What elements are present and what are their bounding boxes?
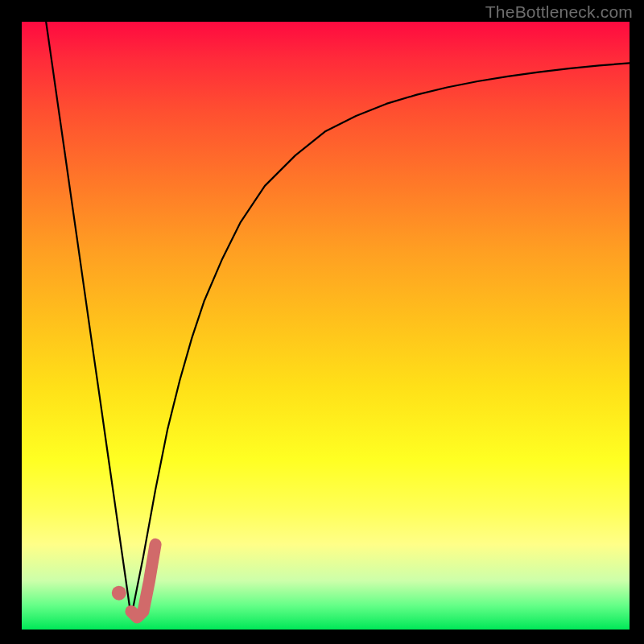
watermark-text: TheBottleneck.com xyxy=(485,2,633,22)
svg-point-0 xyxy=(112,586,126,601)
j-marker xyxy=(112,544,155,617)
chart-frame: TheBottleneck.com xyxy=(0,0,644,644)
right-branch-line xyxy=(131,63,630,617)
left-branch-line xyxy=(46,22,131,617)
chart-svg xyxy=(22,22,630,630)
plot-area xyxy=(22,22,630,630)
